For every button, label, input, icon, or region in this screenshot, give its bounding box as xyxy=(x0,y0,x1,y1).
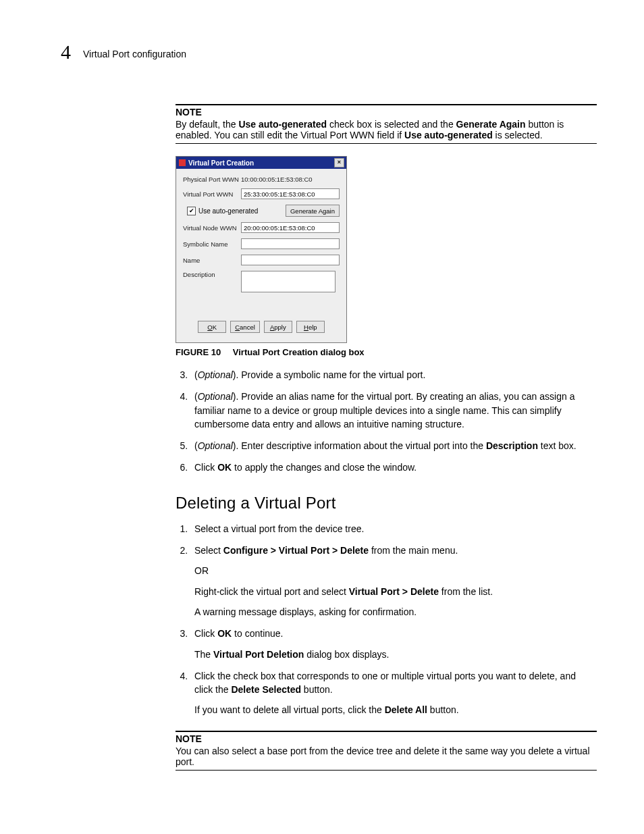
text: The xyxy=(194,649,213,660)
text-bold: Delete All xyxy=(385,704,427,715)
text: ). Provide an alias name for the virtual… xyxy=(194,391,574,429)
virtual-port-creation-dialog: Virtual Port Creation × Physical Port WW… xyxy=(176,156,347,343)
note-body: By default, the Use auto-generated check… xyxy=(176,119,597,140)
section-heading-deleting: Deleting a Virtual Port xyxy=(176,494,597,513)
note2-rule-bottom xyxy=(176,770,597,771)
chapter-number: 4 xyxy=(61,41,71,63)
alt-line: Right-click the virtual port and select … xyxy=(194,585,597,598)
symbolic-name-input[interactable] xyxy=(241,238,340,249)
text-bold: Use auto-generated xyxy=(404,130,493,140)
text: dialog box displays. xyxy=(304,649,389,660)
page-header: 4 Virtual Port configuration xyxy=(61,41,597,63)
text-bold: Description xyxy=(486,440,538,451)
page: 4 Virtual Port configuration NOTE By def… xyxy=(0,0,644,834)
text: button. xyxy=(427,704,459,715)
text: Select xyxy=(194,545,223,556)
text-bold: Generate Again xyxy=(456,119,526,130)
warn-line: A warning message displays, asking for c… xyxy=(194,605,597,619)
ok-button[interactable]: OK xyxy=(198,321,226,333)
figure-caption-text: Virtual Port Creation dialog box xyxy=(233,347,365,357)
delete-all-line: If you want to delete all virtual ports,… xyxy=(194,703,597,716)
del-step-4: Click the check box that corresponds to … xyxy=(190,669,597,717)
content-area: NOTE By default, the Use auto-generated … xyxy=(176,104,597,771)
text: button. xyxy=(301,684,333,695)
row-use-auto-generated: ✔ Use auto-generated Generate Again xyxy=(187,205,340,217)
text: is selected. xyxy=(493,130,543,140)
step-5: (Optional). Enter descriptive informatio… xyxy=(190,439,597,452)
text: to continue. xyxy=(232,628,283,639)
virtual-node-wwn-input[interactable] xyxy=(241,222,340,233)
text: to apply the changes and close the windo… xyxy=(232,462,417,473)
or-line: OR xyxy=(194,564,597,577)
text: ). Provide a symbolic name for the virtu… xyxy=(233,369,426,380)
text: check box is selected and the xyxy=(327,119,456,130)
note-heading: NOTE xyxy=(176,107,597,118)
app-icon xyxy=(179,159,186,166)
label-virtual-node-wwn: Virtual Node WWN xyxy=(183,224,241,232)
dialog-titlebar: Virtual Port Creation × xyxy=(176,157,346,169)
label-name: Name xyxy=(183,257,241,264)
text-ital: Optional xyxy=(198,369,233,380)
figure-label: FIGURE 10 xyxy=(176,347,221,357)
close-icon[interactable]: × xyxy=(334,158,344,167)
del-step-3: Click OK to continue. The Virtual Port D… xyxy=(190,627,597,661)
row-symbolic-name: Symbolic Name xyxy=(183,238,340,249)
generate-again-button[interactable]: Generate Again xyxy=(286,205,340,217)
note2-body: You can also select a base port from the… xyxy=(176,746,597,767)
label-virtual-port-wwn: Virtual Port WWN xyxy=(183,190,241,198)
row-virtual-node-wwn: Virtual Node WWN xyxy=(183,222,340,233)
text: text box. xyxy=(538,440,576,451)
del-step-1: Select a virtual port from the device tr… xyxy=(190,522,597,536)
label-use-auto-generated: Use auto-generated xyxy=(198,207,258,215)
row-virtual-port-wwn: Virtual Port WWN xyxy=(183,188,340,199)
dialog-title-left: Virtual Port Creation xyxy=(179,159,254,167)
text: from the main menu. xyxy=(369,545,458,556)
text-ital: Optional xyxy=(198,391,233,402)
label-symbolic-name: Symbolic Name xyxy=(183,240,241,248)
steps-continued: (Optional). Provide a symbolic name for … xyxy=(176,368,597,475)
text: Click xyxy=(194,628,217,639)
row-description: Description xyxy=(183,271,340,292)
row-name: Name xyxy=(183,255,340,265)
result-line: The Virtual Port Deletion dialog box dis… xyxy=(194,648,597,661)
text: Right-click the virtual port and select xyxy=(194,586,349,597)
help-button[interactable]: Help xyxy=(296,321,325,333)
virtual-port-wwn-input[interactable] xyxy=(241,188,340,199)
text-ital: Optional xyxy=(198,440,233,451)
steps-deleting: Select a virtual port from the device tr… xyxy=(176,522,597,717)
name-input[interactable] xyxy=(241,255,340,265)
text-bold: OK xyxy=(217,628,232,639)
use-auto-generated-checkbox[interactable]: ✔ xyxy=(187,207,196,215)
note2-rule-top xyxy=(176,731,597,732)
step-4: (Optional). Provide an alias name for th… xyxy=(190,390,597,431)
label-physical-port-wwn: Physical Port WWN xyxy=(183,176,241,183)
value-physical-port-wwn: 10:00:00:05:1E:53:08:C0 xyxy=(241,176,313,183)
cancel-button[interactable]: Cancel xyxy=(230,321,260,333)
text: ). Enter descriptive information about t… xyxy=(233,440,486,451)
dialog-body: Physical Port WWN 10:00:00:05:1E:53:08:C… xyxy=(176,169,346,342)
figure-caption: FIGURE 10 Virtual Port Creation dialog b… xyxy=(176,347,597,357)
text: By default, the xyxy=(176,119,238,130)
text-bold: Virtual Port > Delete xyxy=(349,586,439,597)
text: If you want to delete all virtual ports,… xyxy=(194,704,385,715)
step-6: Click OK to apply the changes and close … xyxy=(190,461,597,474)
dialog-title-text: Virtual Port Creation xyxy=(188,159,254,167)
label-description: Description xyxy=(183,271,241,278)
del-step-2: Select Configure > Virtual Port > Delete… xyxy=(190,544,597,619)
dialog-button-row: OK Cancel Apply Help xyxy=(183,317,340,337)
text: Click xyxy=(194,462,217,473)
text-bold: Delete Selected xyxy=(231,684,301,695)
text-bold: Configure > Virtual Port > Delete xyxy=(223,545,369,556)
description-input[interactable] xyxy=(241,271,336,292)
note-rule-top xyxy=(176,104,597,105)
chapter-title: Virtual Port configuration xyxy=(83,49,186,59)
text-bold: Use auto-generated xyxy=(238,119,327,130)
text-bold: OK xyxy=(217,462,232,473)
text: from the list. xyxy=(439,586,493,597)
row-physical-port-wwn: Physical Port WWN 10:00:00:05:1E:53:08:C… xyxy=(183,176,340,183)
apply-button[interactable]: Apply xyxy=(264,321,292,333)
note-rule-bottom xyxy=(176,143,597,144)
step-3: (Optional). Provide a symbolic name for … xyxy=(190,368,597,382)
note2-heading: NOTE xyxy=(176,733,597,744)
text-bold: Virtual Port Deletion xyxy=(213,649,304,660)
